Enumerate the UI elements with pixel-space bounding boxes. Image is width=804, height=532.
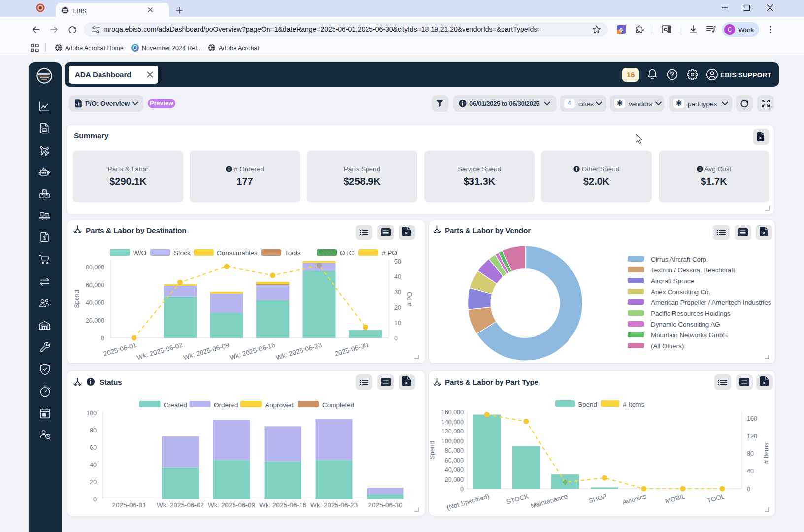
svg-text:0: 0: [747, 486, 750, 493]
svg-text:60,000: 60,000: [86, 282, 104, 289]
svg-text:Mountain Networks GmbH: Mountain Networks GmbH: [651, 332, 728, 339]
svg-text:0: 0: [394, 335, 398, 342]
svg-text:x: x: [759, 135, 762, 140]
svg-text:(Not Specified): (Not Specified): [446, 492, 490, 511]
svg-text:80,000: 80,000: [86, 264, 104, 271]
svg-text:40,000: 40,000: [86, 299, 104, 306]
svg-text:# PO: # PO: [406, 292, 413, 306]
svg-text:0: 0: [93, 496, 97, 503]
svg-text:160: 160: [747, 415, 757, 422]
svg-text:Dynamic Consulting AG: Dynamic Consulting AG: [651, 321, 720, 328]
svg-text:2025-06-30: 2025-06-30: [334, 341, 369, 357]
svg-text:Created: Created: [164, 401, 187, 409]
svg-text:(All Others): (All Others): [651, 342, 684, 350]
svg-text:Cirrus Aircraft Corp.: Cirrus Aircraft Corp.: [651, 256, 708, 263]
svg-text:Parts & Labor by Destination: Parts & Labor by Destination: [86, 226, 186, 234]
svg-text:x: x: [763, 231, 765, 235]
svg-text:30: 30: [394, 289, 401, 296]
svg-text:80,000: 80,000: [445, 447, 464, 454]
svg-text:2025-06-30: 2025-06-30: [368, 501, 402, 509]
svg-text:10: 10: [394, 320, 401, 327]
svg-text:20,000: 20,000: [445, 476, 464, 483]
svg-text:# Items: # Items: [762, 442, 770, 464]
svg-text:80: 80: [90, 427, 97, 434]
svg-text:Spend: Spend: [429, 441, 436, 460]
svg-text:TOOL: TOOL: [706, 492, 726, 504]
svg-text:Pacific Resources Holdings: Pacific Resources Holdings: [651, 310, 731, 317]
svg-text:Completed: Completed: [322, 401, 354, 409]
svg-text:Aircraft Spruce: Aircraft Spruce: [651, 277, 694, 285]
svg-text:Status: Status: [100, 378, 122, 386]
svg-text:OTC: OTC: [340, 249, 354, 257]
svg-text:Wk: 2025-06-02: Wk: 2025-06-02: [157, 501, 204, 509]
svg-text:Tools: Tools: [285, 249, 301, 257]
svg-text:x: x: [405, 231, 408, 235]
svg-text:SHOP: SHOP: [588, 492, 608, 504]
svg-text:Textron / Cessna, Beechcraft: Textron / Cessna, Beechcraft: [651, 266, 735, 274]
svg-text:Avionics: Avionics: [622, 492, 647, 506]
svg-text:80: 80: [747, 450, 754, 457]
svg-text:STOCK: STOCK: [505, 492, 530, 505]
svg-text:Stock: Stock: [174, 249, 191, 257]
svg-text:100,000: 100,000: [441, 438, 464, 445]
svg-text:Wk: 2025-06-16: Wk: 2025-06-16: [229, 341, 276, 361]
svg-text:40: 40: [90, 462, 97, 468]
svg-text:160,000: 160,000: [441, 409, 464, 416]
svg-text:40: 40: [747, 468, 754, 475]
svg-text:x: x: [763, 380, 766, 385]
svg-text:Ordered: Ordered: [214, 401, 238, 409]
svg-text:0: 0: [101, 335, 104, 342]
svg-text:Wk: 2025-06-09: Wk: 2025-06-09: [208, 501, 255, 509]
svg-text:120,000: 120,000: [441, 428, 464, 435]
svg-text:20: 20: [394, 304, 401, 311]
svg-text:0: 0: [460, 486, 464, 493]
svg-text:Wk: 2025-06-23: Wk: 2025-06-23: [310, 501, 358, 509]
svg-text:40: 40: [394, 273, 401, 280]
svg-text:50: 50: [394, 258, 401, 265]
svg-text:W/O: W/O: [133, 249, 146, 257]
svg-text:Apex Consulting Co.: Apex Consulting Co.: [651, 288, 710, 296]
svg-text:100: 100: [86, 410, 97, 417]
svg-text:Parts & Labor by Part Type: Parts & Labor by Part Type: [445, 378, 538, 386]
svg-text:Spend: Spend: [73, 290, 80, 308]
svg-text:# PO: # PO: [382, 249, 397, 257]
svg-text:x: x: [405, 380, 408, 385]
svg-text:Spend: Spend: [578, 401, 597, 408]
svg-text:2025-06-01: 2025-06-01: [102, 341, 137, 357]
svg-text:MOBIL: MOBIL: [664, 492, 686, 505]
svg-text:20: 20: [90, 479, 97, 486]
svg-text:Wk: 2025-06-09: Wk: 2025-06-09: [182, 341, 230, 361]
svg-text:Wk: 2025-06-16: Wk: 2025-06-16: [259, 501, 306, 509]
svg-text:40,000: 40,000: [445, 466, 464, 473]
svg-text:Parts & Labor by Vendor: Parts & Labor by Vendor: [445, 226, 531, 234]
svg-text:60,000: 60,000: [445, 457, 464, 464]
svg-text:20,000: 20,000: [86, 317, 104, 324]
svg-text:Maintenance: Maintenance: [530, 492, 568, 510]
svg-text:120: 120: [747, 433, 757, 440]
svg-text:Approved: Approved: [265, 401, 294, 409]
svg-text:Consumables: Consumables: [217, 249, 258, 257]
svg-text:American Propeller / Ameritech: American Propeller / Ameritech Industrie…: [651, 299, 771, 306]
svg-text:Wk: 2025-06-23: Wk: 2025-06-23: [275, 341, 322, 361]
svg-text:# Items: # Items: [623, 401, 645, 408]
svg-text:140,000: 140,000: [441, 419, 464, 426]
svg-text:60: 60: [90, 444, 97, 451]
svg-text:2025-06-01: 2025-06-01: [112, 501, 146, 509]
svg-text:Wk: 2025-06-02: Wk: 2025-06-02: [136, 341, 183, 361]
